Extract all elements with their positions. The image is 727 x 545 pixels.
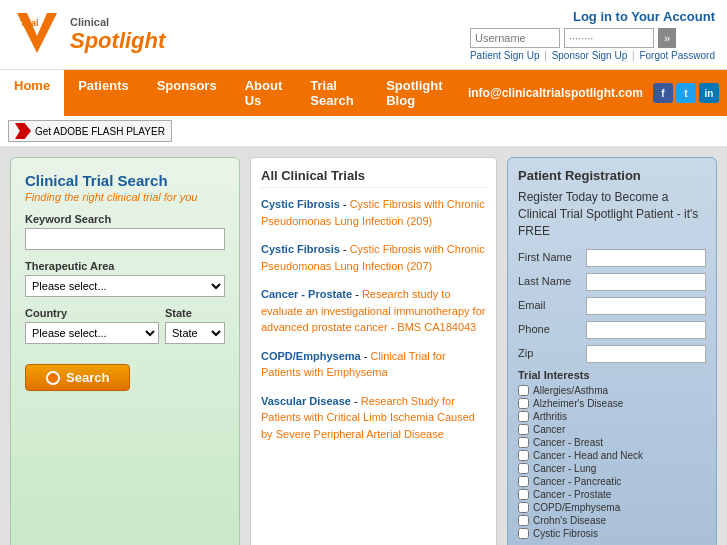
flash-icon bbox=[15, 123, 31, 139]
interest-label-cancer-breast: Cancer - Breast bbox=[533, 437, 603, 448]
nav-item-patients[interactable]: Patients bbox=[64, 70, 143, 116]
search-title: Clinical Trial Search bbox=[25, 172, 225, 189]
search-button[interactable]: Search bbox=[25, 364, 130, 391]
logo-spotlight-text: Spotlight bbox=[70, 28, 165, 54]
trial-item: Vascular Disease - Research Study for Pa… bbox=[261, 393, 486, 443]
email-input[interactable] bbox=[586, 297, 706, 315]
login-title: Log in to Your Account bbox=[470, 9, 715, 24]
login-button[interactable]: » bbox=[658, 28, 676, 48]
logo-icon: Trial bbox=[12, 8, 62, 58]
interest-cb-crohns[interactable] bbox=[518, 515, 529, 526]
nav-item-trial-search[interactable]: Trial Search bbox=[296, 70, 372, 116]
interest-label-cancer-lung: Cancer - Lung bbox=[533, 463, 596, 474]
lastname-label: Last Name bbox=[518, 275, 571, 287]
trial-disease[interactable]: COPD/Emphysema bbox=[261, 350, 361, 362]
search-subtitle: Finding the right clinical trial for you bbox=[25, 191, 225, 203]
nav-item-home[interactable]: Home bbox=[0, 70, 64, 116]
therapeutic-select[interactable]: Please select... bbox=[25, 275, 225, 297]
interest-label-cystic-fibrosis: Cystic Fibrosis bbox=[533, 528, 598, 539]
interest-cancer: Cancer bbox=[518, 424, 706, 435]
keyword-input[interactable] bbox=[25, 228, 225, 250]
nav-item-sponsors[interactable]: Sponsors bbox=[143, 70, 231, 116]
trials-panel: All Clinical Trials Cystic Fibrosis - Cy… bbox=[250, 157, 497, 545]
login-area: Log in to Your Account » Patient Sign Up… bbox=[470, 9, 715, 61]
interest-cancer-lung: Cancer - Lung bbox=[518, 463, 706, 474]
interest-copd: COPD/Emphysema bbox=[518, 502, 706, 513]
reg-subtitle: Register Today to Become a Clinical Tria… bbox=[518, 189, 706, 239]
flash-label: Get ADOBE FLASH PLAYER bbox=[35, 126, 165, 137]
search-button-icon bbox=[46, 371, 60, 385]
interest-cb-cancer-head-neck[interactable] bbox=[518, 450, 529, 461]
phone-row: Phone bbox=[518, 321, 706, 339]
search-button-label: Search bbox=[66, 370, 109, 385]
zip-label: Zip bbox=[518, 347, 533, 359]
trial-disease[interactable]: Cystic Fibrosis bbox=[261, 243, 340, 255]
email-row: Email bbox=[518, 297, 706, 315]
trial-disease[interactable]: Cystic Fibrosis bbox=[261, 198, 340, 210]
interest-cystic-fibrosis: Cystic Fibrosis bbox=[518, 528, 706, 539]
login-fields: » bbox=[470, 28, 715, 48]
zip-row: Zip bbox=[518, 345, 706, 363]
interest-cb-cancer-breast[interactable] bbox=[518, 437, 529, 448]
patient-signup-link[interactable]: Patient Sign Up bbox=[470, 50, 540, 61]
main-content: Clinical Trial Search Finding the right … bbox=[0, 147, 727, 545]
firstname-input[interactable] bbox=[586, 249, 706, 267]
forgot-password-link[interactable]: Forgot Password bbox=[639, 50, 715, 61]
trial-item: Cystic Fibrosis - Cystic Fibrosis with C… bbox=[261, 196, 486, 229]
nav-item-about[interactable]: About Us bbox=[231, 70, 297, 116]
state-select[interactable]: State bbox=[165, 322, 225, 344]
keyword-label: Keyword Search bbox=[25, 213, 225, 225]
interest-cb-cancer-lung[interactable] bbox=[518, 463, 529, 474]
interests-title: Trial Interests bbox=[518, 369, 706, 381]
interest-allergies: Allergies/Asthma bbox=[518, 385, 706, 396]
nav-item-blog[interactable]: Spotlight Blog bbox=[372, 70, 458, 116]
linkedin-icon[interactable]: in bbox=[699, 83, 719, 103]
interest-label-cancer-prostate: Cancer - Prostate bbox=[533, 489, 611, 500]
facebook-icon[interactable]: f bbox=[653, 83, 673, 103]
interest-cb-cancer-pancreatic[interactable] bbox=[518, 476, 529, 487]
username-input[interactable] bbox=[470, 28, 560, 48]
interest-arthritis: Arthritis bbox=[518, 411, 706, 422]
firstname-row: First Name bbox=[518, 249, 706, 267]
lastname-input[interactable] bbox=[586, 273, 706, 291]
registration-panel: Patient Registration Register Today to B… bbox=[507, 157, 717, 545]
interest-label-arthritis: Arthritis bbox=[533, 411, 567, 422]
nav-email: info@clinicaltrialspotlight.com bbox=[458, 86, 653, 100]
trials-title: All Clinical Trials bbox=[261, 168, 486, 188]
interest-cb-arthritis[interactable] bbox=[518, 411, 529, 422]
interest-cb-copd[interactable] bbox=[518, 502, 529, 513]
flash-player-button[interactable]: Get ADOBE FLASH PLAYER bbox=[8, 120, 172, 142]
interest-cb-cystic-fibrosis[interactable] bbox=[518, 528, 529, 539]
interest-label-alzheimers: Alzheimer's Disease bbox=[533, 398, 623, 409]
phone-input[interactable] bbox=[586, 321, 706, 339]
logo-area: Trial Clinical Spotlight bbox=[12, 8, 165, 61]
trial-disease[interactable]: Cancer - Prostate bbox=[261, 288, 352, 300]
interest-cb-allergies[interactable] bbox=[518, 385, 529, 396]
trial-disease[interactable]: Vascular Disease bbox=[261, 395, 351, 407]
search-panel: Clinical Trial Search Finding the right … bbox=[10, 157, 240, 545]
interest-cb-alzheimers[interactable] bbox=[518, 398, 529, 409]
therapeutic-label: Therapeutic Area bbox=[25, 260, 225, 272]
login-links: Patient Sign Up | Sponsor Sign Up | Forg… bbox=[470, 50, 715, 61]
location-row: Country Please select... State State bbox=[25, 307, 225, 354]
interest-cb-cancer[interactable] bbox=[518, 424, 529, 435]
interest-cancer-head-neck: Cancer - Head and Neck bbox=[518, 450, 706, 461]
interest-cancer-prostate: Cancer - Prostate bbox=[518, 489, 706, 500]
interest-label-copd: COPD/Emphysema bbox=[533, 502, 620, 513]
nav-items: Home Patients Sponsors About Us Trial Se… bbox=[0, 70, 458, 116]
sponsor-signup-link[interactable]: Sponsor Sign Up bbox=[552, 50, 628, 61]
country-select[interactable]: Please select... bbox=[25, 322, 159, 344]
firstname-label: First Name bbox=[518, 251, 572, 263]
country-section: Country Please select... bbox=[25, 307, 159, 354]
interest-cb-cancer-prostate[interactable] bbox=[518, 489, 529, 500]
zip-input[interactable] bbox=[586, 345, 706, 363]
interest-cancer-pancreatic: Cancer - Pancreatic bbox=[518, 476, 706, 487]
interest-label-crohns: Crohn's Disease bbox=[533, 515, 606, 526]
email-label: Email bbox=[518, 299, 546, 311]
twitter-icon[interactable]: t bbox=[676, 83, 696, 103]
phone-label: Phone bbox=[518, 323, 550, 335]
interest-label-cancer-head-neck: Cancer - Head and Neck bbox=[533, 450, 643, 461]
state-label: State bbox=[165, 307, 225, 319]
nav-social: f t in bbox=[653, 83, 727, 103]
password-input[interactable] bbox=[564, 28, 654, 48]
